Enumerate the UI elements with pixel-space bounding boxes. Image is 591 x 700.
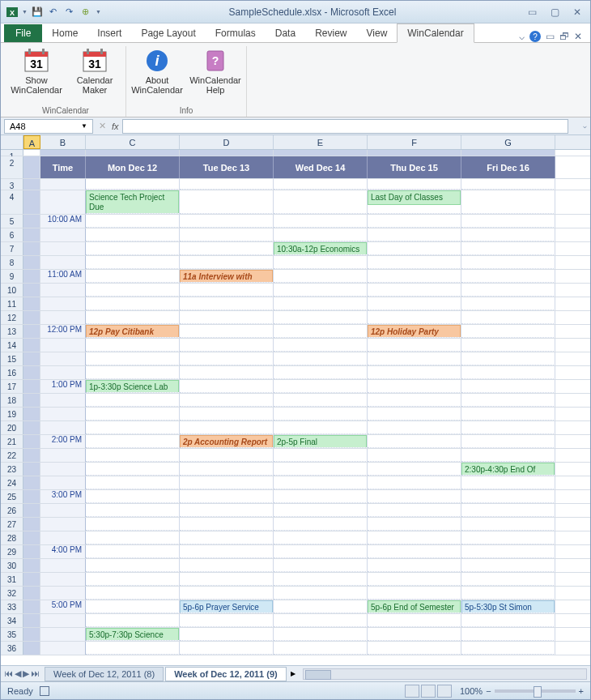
row-header[interactable]: 35 [1, 628, 23, 641]
event-fri-230p[interactable]: 2:30p-4:30p End Of Semester get together… [461, 463, 555, 476]
view-normal-button[interactable] [405, 685, 419, 698]
event-mon-12p[interactable]: 12p Pay Citibank Credit Card [86, 325, 179, 338]
row-header[interactable]: 31 [1, 573, 23, 586]
select-all-corner[interactable] [1, 135, 23, 149]
name-box-dropdown-icon[interactable]: ▼ [81, 122, 87, 130]
doc-restore-icon[interactable]: 🗗 [559, 31, 569, 42]
row-header[interactable]: 4 [1, 190, 23, 214]
row-header[interactable]: 24 [1, 476, 23, 489]
row-header[interactable]: 36 [1, 642, 23, 655]
row-header[interactable]: 3 [1, 179, 23, 190]
row-header[interactable]: 32 [1, 587, 23, 600]
event-thu-5p[interactable]: 5p-6p End of Semester Celebration (McGee… [368, 600, 461, 613]
wincalendar-help-button[interactable]: ? WinCalendar Help [191, 46, 240, 105]
row-header[interactable]: 25 [1, 490, 23, 503]
zoom-out-icon[interactable]: − [486, 686, 491, 696]
row-header[interactable]: 33 [1, 600, 23, 613]
row-header[interactable]: 29 [1, 545, 23, 558]
col-header-f[interactable]: F [368, 135, 461, 149]
tab-next-icon[interactable]: ▶ [23, 668, 29, 679]
row-header[interactable]: 27 [1, 518, 23, 531]
doc-minimize-icon[interactable]: ▭ [546, 31, 555, 42]
event-wed-1030[interactable]: 10:30a-12p Economics 101 Final (Cueter H… [274, 242, 367, 255]
tab-home[interactable]: Home [42, 24, 87, 42]
macro-record-icon[interactable] [40, 686, 49, 696]
file-tab[interactable]: File [4, 24, 42, 42]
tab-page-layout[interactable]: Page Layout [131, 24, 205, 42]
row-header[interactable]: 12 [1, 311, 23, 324]
event-tue-5p[interactable]: 5p-6p Prayer Service (First Methodist) [180, 600, 273, 613]
event-fri-5p[interactable]: 5p-5:30p St Simon Memorial Dinner [461, 600, 555, 613]
row-header[interactable]: 19 [1, 408, 23, 420]
row-header[interactable]: 8 [1, 256, 23, 269]
row-header[interactable]: 13 [1, 325, 23, 338]
col-header-d[interactable]: D [180, 135, 274, 149]
redo-icon[interactable]: ↷ [63, 6, 76, 19]
event-tue-2p[interactable]: 2p Accounting Report Due (Main Office - … [180, 435, 273, 448]
zoom-level[interactable]: 100% [460, 686, 483, 696]
row-header[interactable]: 1 [1, 150, 23, 156]
horizontal-scrollbar[interactable] [303, 668, 587, 680]
qat-more-icon[interactable]: ▼ [96, 9, 101, 15]
col-header-e[interactable]: E [274, 135, 368, 149]
row-header[interactable]: 21 [1, 435, 23, 448]
zoom-slider[interactable] [495, 689, 576, 693]
row-header[interactable]: 2 [1, 156, 23, 178]
tab-prev-icon[interactable]: ◀ [15, 668, 21, 679]
tab-formulas[interactable]: Formulas [206, 24, 266, 42]
row-header[interactable]: 10 [1, 284, 23, 297]
undo-icon[interactable]: ↶ [47, 6, 60, 19]
col-header-b[interactable]: B [40, 135, 86, 149]
sheet-tab-active[interactable]: Week of Dec 12, 2011 (9) [165, 667, 287, 681]
row-header[interactable]: 20 [1, 421, 23, 434]
event-thu-allday[interactable]: Last Day of Classes [368, 190, 461, 205]
formula-bar[interactable] [122, 119, 568, 134]
maximize-button[interactable]: ▢ [546, 6, 563, 19]
close-button[interactable]: ✕ [569, 6, 585, 19]
col-header-c[interactable]: C [86, 135, 180, 149]
sheet-tab-inactive[interactable]: Week of Dec 12, 2011 (8) [45, 667, 164, 681]
formula-expand-icon[interactable]: ⌵ [583, 122, 587, 130]
row-header[interactable]: 16 [1, 366, 23, 379]
row-header[interactable]: 18 [1, 394, 23, 407]
row-header[interactable]: 17 [1, 380, 23, 393]
row-header[interactable]: 9 [1, 270, 23, 283]
fx-icon[interactable]: fx [112, 122, 119, 131]
row-header[interactable]: 11 [1, 297, 23, 310]
view-page-break-button[interactable] [437, 685, 452, 698]
tab-scroll-right-icon[interactable]: ▶ [291, 670, 296, 677]
about-wincalendar-button[interactable]: i About WinCalendar [133, 46, 181, 105]
tab-view[interactable]: View [357, 24, 398, 42]
tab-insert[interactable]: Insert [87, 24, 131, 42]
row-header[interactable]: 28 [1, 531, 23, 544]
row-header[interactable]: 22 [1, 449, 23, 462]
tab-last-icon[interactable]: ⏭ [31, 668, 40, 679]
event-mon-1p[interactable]: 1p-3:30p Science Lab 205 (Room 8P) [86, 380, 179, 393]
tab-review[interactable]: Review [305, 24, 356, 42]
qat-customize-icon[interactable]: ⊕ [79, 6, 92, 19]
col-header-a[interactable]: A [23, 135, 40, 149]
row-header[interactable]: 15 [1, 352, 23, 365]
tab-first-icon[interactable]: ⏮ [4, 668, 13, 679]
row-header[interactable]: 34 [1, 614, 23, 627]
tab-data[interactable]: Data [266, 24, 305, 42]
row-header[interactable]: 23 [1, 463, 23, 476]
view-page-layout-button[interactable] [421, 685, 436, 698]
row-header[interactable]: 26 [1, 504, 23, 517]
fx-cancel-icon[interactable]: ✕ [99, 121, 106, 131]
show-wincalendar-button[interactable]: 31 Show WinCalendar [12, 46, 61, 105]
ribbon-minimize-icon[interactable]: ⌵ [519, 31, 525, 42]
row-header[interactable]: 7 [1, 242, 23, 255]
doc-close-icon[interactable]: ✕ [574, 31, 582, 42]
row-header[interactable]: 14 [1, 339, 23, 352]
qat-dropdown-icon[interactable]: ▼ [22, 9, 28, 15]
row-header[interactable]: 6 [1, 228, 23, 241]
event-mon-allday[interactable]: Science Tech Project Due [86, 190, 179, 214]
calendar-maker-button[interactable]: 31 Calendar Maker [70, 46, 119, 105]
event-thu-12p[interactable]: 12p Holiday Party Meeting (Jennifer's) [368, 325, 461, 338]
zoom-in-icon[interactable]: + [579, 686, 584, 696]
event-mon-530p[interactable]: 5:30p-7:30p Science Foundation Dinner [86, 628, 179, 641]
event-tue-11a[interactable]: 11a Interview with Discovery [180, 270, 273, 283]
name-box[interactable]: A48 ▼ [4, 119, 93, 134]
row-header[interactable]: 5 [1, 215, 23, 228]
